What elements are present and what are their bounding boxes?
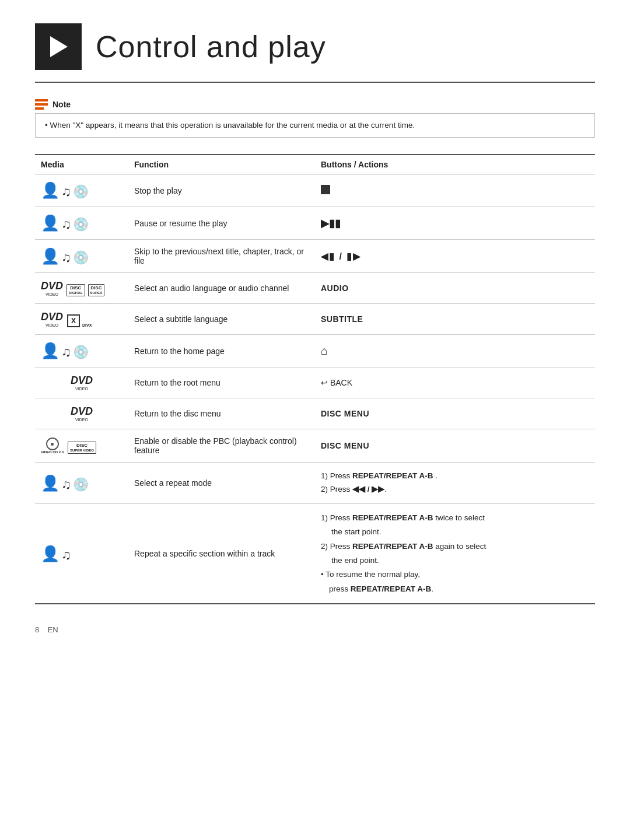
- stop-icon: [321, 185, 330, 194]
- header-divider: [35, 82, 595, 83]
- media-icons-vcd: VIDEO CD 2.0 DISC SUPER VIDEO: [41, 438, 123, 454]
- function-cell: Skip to the previous/next title, chapter…: [128, 240, 315, 273]
- dvd-logo4: DVD VIDEO: [41, 405, 123, 422]
- media-cell: 👤 ♫ 💿: [35, 174, 128, 207]
- media-cell: 👤 ♫: [35, 504, 128, 604]
- repeat-action-list: 1) Press REPEAT/REPEAT A-B . 2) Press ◀◀…: [321, 470, 589, 496]
- action-cell: DISC MENU: [315, 398, 595, 429]
- divx-label: DIVX: [82, 323, 92, 327]
- page-number: 8: [35, 625, 39, 634]
- function-cell: Stop the play: [128, 174, 315, 207]
- repeat-ab-step1: 1) Press REPEAT/REPEAT A-B twice to sele…: [321, 511, 589, 525]
- table-row: 👤 ♫ 💿 Skip to the previous/next title, c…: [35, 240, 595, 273]
- function-cell: Repeat a specific section within a track: [128, 504, 315, 604]
- media-icons-all4: 👤 ♫ 💿: [41, 342, 123, 360]
- media-icons-dvd-set: DVD VIDEO DISC DIGITAL DISC SUPER: [41, 280, 123, 296]
- media-cell: DVD VIDEO X DIVX: [35, 304, 128, 335]
- action-cell: ⌂: [315, 335, 595, 368]
- music-icon4: ♫: [61, 345, 71, 360]
- media-cell: DVD VIDEO DISC DIGITAL DISC SUPER: [35, 273, 128, 304]
- table-row: 👤 ♫ 💿 Select a repeat mode 1) Press REPE…: [35, 463, 595, 504]
- table-row: DVD VIDEO Return to the disc menu DISC M…: [35, 398, 595, 429]
- table-row: DVD VIDEO X DIVX Select a subtitle langu…: [35, 304, 595, 335]
- media-icons-all5: 👤 ♫ 💿: [41, 474, 123, 492]
- action-cell: DISC MENU: [315, 429, 595, 463]
- page-title: Control and play: [96, 29, 326, 64]
- col-header-actions: Buttons / Actions: [315, 155, 595, 174]
- table-header-row: Media Function Buttons / Actions: [35, 155, 595, 174]
- media-icons-dvd-x: DVD VIDEO X DIVX: [41, 311, 123, 327]
- col-header-function: Function: [128, 155, 315, 174]
- note-section: Note • When "X" appears, it means that t…: [35, 99, 595, 138]
- media-cell: 👤 ♫ 💿: [35, 207, 128, 240]
- music-icon6: ♫: [61, 548, 71, 563]
- disc-icon5: 💿: [73, 477, 89, 492]
- person-icon4: 👤: [41, 342, 60, 360]
- note-label: Note: [52, 100, 71, 109]
- control-table: Media Function Buttons / Actions 👤 ♫ 💿 S…: [35, 154, 595, 604]
- table-row: 👤 ♫ 💿 Pause or resume the play ▶▮▮: [35, 207, 595, 240]
- table-row: DVD VIDEO Return to the root menu ↩ BACK: [35, 368, 595, 398]
- media-icons-dvd-music: 👤 ♫: [41, 545, 123, 563]
- person-icon2: 👤: [41, 214, 60, 232]
- media-icons-all3: 👤 ♫ 💿: [41, 247, 123, 265]
- home-icon: ⌂: [321, 344, 328, 357]
- function-cell: Return to the root menu: [128, 368, 315, 398]
- note-text: • When "X" appears, it means that this o…: [45, 120, 585, 131]
- function-cell: Pause or resume the play: [128, 207, 315, 240]
- media-icons-all: 👤 ♫ 💿: [41, 181, 123, 200]
- play-icon: [48, 35, 69, 58]
- music-icon5: ♫: [61, 477, 71, 492]
- vcd-disc-circle: [46, 438, 59, 450]
- page-footer: 8 EN: [35, 625, 595, 634]
- disc-menu-text: DISC MENU: [321, 409, 369, 418]
- note-box: • When "X" appears, it means that this o…: [35, 113, 595, 138]
- repeat-ab-step1b: the start point.: [321, 525, 589, 539]
- action-cell: [315, 174, 595, 207]
- table-row: 👤 ♫ 💿 Return to the home page ⌂: [35, 335, 595, 368]
- media-cell: 👤 ♫ 💿: [35, 335, 128, 368]
- person-icon6: 👤: [41, 545, 60, 563]
- function-cell: Select a repeat mode: [128, 463, 315, 504]
- function-cell: Return to the disc menu: [128, 398, 315, 429]
- playpause-icon: ▶▮▮: [321, 218, 341, 229]
- function-cell: Select an audio language or audio channe…: [128, 273, 315, 304]
- super-vcd-label: DISC SUPER VIDEO: [68, 442, 96, 454]
- action-cell: SUBTITLE: [315, 304, 595, 335]
- function-cell: Return to the home page: [128, 335, 315, 368]
- subtitle-text: SUBTITLE: [321, 314, 363, 324]
- play-icon-box: [35, 23, 82, 70]
- person-icon5: 👤: [41, 474, 60, 492]
- disc-icon2: 💿: [73, 217, 89, 232]
- repeat-step1: 1) Press REPEAT/REPEAT A-B .: [321, 470, 589, 483]
- action-cell: ◀▮ / ▮▶: [315, 240, 595, 273]
- disc-icon3: 💿: [73, 250, 89, 265]
- action-cell: 1) Press REPEAT/REPEAT A-B . 2) Press ◀◀…: [315, 463, 595, 504]
- function-cell: Enable or disable the PBC (playback cont…: [128, 429, 315, 463]
- action-cell: AUDIO: [315, 273, 595, 304]
- vcd-disc: VIDEO CD 2.0: [41, 438, 64, 454]
- media-cell: 👤 ♫ 💿: [35, 463, 128, 504]
- dvd-logo3: DVD VIDEO: [41, 374, 123, 391]
- back-icon: ↩ BACK: [321, 378, 352, 387]
- repeat-ab-bullet2: press REPEAT/REPEAT A-B.: [321, 582, 589, 596]
- repeat-step2: 2) Press ◀◀ / ▶▶.: [321, 483, 589, 496]
- repeat-ab-list: 1) Press REPEAT/REPEAT A-B twice to sele…: [321, 511, 589, 596]
- page-lang: EN: [48, 625, 58, 634]
- function-cell: Select a subtitle language: [128, 304, 315, 335]
- table-row: DVD VIDEO DISC DIGITAL DISC SUPER Select…: [35, 273, 595, 304]
- page-header: Control and play: [35, 23, 595, 70]
- disc-icon4: 💿: [73, 345, 89, 360]
- media-cell: DVD VIDEO: [35, 368, 128, 398]
- col-header-media: Media: [35, 155, 128, 174]
- media-cell: 👤 ♫ 💿: [35, 240, 128, 273]
- music-icon: ♫: [61, 184, 71, 200]
- action-cell: ▶▮▮: [315, 207, 595, 240]
- disc-icon: 💿: [73, 184, 89, 200]
- x-box-icon: X: [67, 314, 80, 327]
- table-row: 👤 ♫ Repeat a specific section within a t…: [35, 504, 595, 604]
- note-icon: [35, 99, 48, 110]
- media-cell: VIDEO CD 2.0 DISC SUPER VIDEO: [35, 429, 128, 463]
- person-icon3: 👤: [41, 247, 60, 265]
- action-cell: ↩ BACK: [315, 368, 595, 398]
